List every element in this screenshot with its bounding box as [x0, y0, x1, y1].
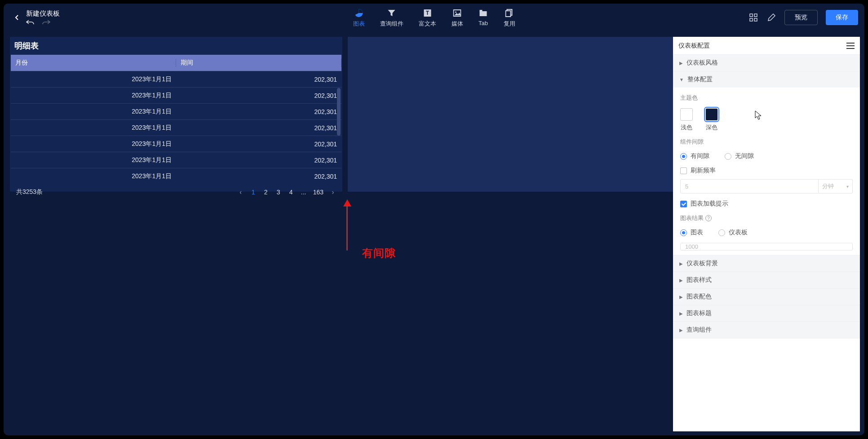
section-chart-title[interactable]: ▶图表标题: [673, 305, 860, 321]
top-bar: 新建仪表板 图表 查询组件 T 富文本 媒体: [4, 4, 864, 31]
refresh-value-input[interactable]: [680, 179, 819, 193]
section-chart-style[interactable]: ▶图表样式: [673, 272, 860, 288]
gap-label: 组件间隙: [680, 138, 853, 146]
section-overall[interactable]: ▼整体配置: [673, 71, 860, 88]
result-value-input[interactable]: [680, 243, 853, 250]
tool-media[interactable]: 媒体: [452, 8, 463, 28]
table-row: 2023年1月1日202,301: [11, 87, 341, 103]
page-3[interactable]: 3: [275, 189, 282, 196]
copy-icon: [505, 8, 514, 18]
svg-rect-11: [754, 18, 757, 21]
table-scrollbar[interactable]: [337, 88, 341, 136]
page-last[interactable]: 163: [313, 189, 323, 196]
table-row: 2023年1月1日202,301: [11, 136, 341, 152]
image-icon: [452, 8, 462, 18]
empty-widget[interactable]: [348, 37, 676, 192]
section-chart-color[interactable]: ▶图表配色: [673, 289, 860, 305]
tool-strip: 图表 查询组件 T 富文本 媒体 Tab 复用: [353, 8, 515, 28]
table-row: 2023年1月1日202,301: [11, 71, 341, 87]
tool-tab[interactable]: Tab: [478, 8, 488, 28]
refresh-label: 刷新频率: [691, 167, 716, 175]
menu-icon[interactable]: [846, 43, 855, 49]
save-button[interactable]: 保存: [826, 10, 858, 25]
radio-result-dash[interactable]: 仪表板: [718, 228, 748, 237]
canvas: 明细表 月份 期间 2023年1月1日202,301 2023年1月1日202,…: [10, 37, 676, 192]
svg-text:T: T: [425, 10, 429, 16]
loading-label: 图表加载提示: [691, 200, 728, 208]
page-next[interactable]: ›: [330, 189, 336, 196]
pie-chart-icon: [354, 8, 364, 18]
undo-button[interactable]: [26, 19, 34, 26]
table-row: 2023年1月1日202,301: [11, 119, 341, 136]
result-label: 图表结果?: [680, 214, 853, 222]
table-row: 2023年1月1日202,301: [11, 103, 341, 119]
radio-gap-on[interactable]: 有间隙: [680, 152, 709, 160]
redo-button[interactable]: [42, 19, 50, 26]
radio-gap-off[interactable]: 无间隙: [725, 152, 754, 160]
page-prev[interactable]: ‹: [238, 189, 244, 196]
text-icon: T: [422, 8, 432, 18]
svg-point-3: [455, 12, 456, 13]
widget-title: 明细表: [10, 37, 342, 55]
page-1[interactable]: 1: [250, 189, 257, 196]
svg-rect-7: [506, 11, 511, 17]
preview-button[interactable]: 预览: [784, 10, 818, 25]
annotation-arrow: [341, 198, 354, 251]
checkbox-refresh[interactable]: [680, 167, 687, 174]
svg-rect-10: [750, 18, 753, 21]
table-widget[interactable]: 明细表 月份 期间 2023年1月1日202,301 2023年1月1日202,…: [10, 37, 342, 192]
checkbox-loading[interactable]: [680, 201, 687, 207]
table-total: 共3253条: [16, 188, 43, 196]
tool-filter[interactable]: 查询组件: [380, 8, 403, 28]
tab-icon: [478, 8, 488, 18]
col-month[interactable]: 月份: [11, 59, 176, 67]
back-button[interactable]: [10, 10, 24, 25]
table-row: 2023年1月1日202,301: [11, 168, 341, 184]
svg-rect-5: [480, 10, 483, 12]
components-icon[interactable]: [748, 13, 758, 22]
table-row: 2023年1月1日202,301: [11, 152, 341, 168]
section-style[interactable]: ▶仪表板风格: [673, 55, 860, 71]
svg-rect-8: [750, 14, 753, 17]
table-header: 月份 期间: [11, 55, 341, 71]
col-period[interactable]: 期间: [176, 59, 341, 67]
filter-icon: [387, 8, 397, 18]
info-icon[interactable]: ?: [705, 215, 712, 221]
theme-dark[interactable]: 深色: [705, 108, 718, 132]
annotation-text: 有间隙: [362, 246, 396, 260]
section-background[interactable]: ▶仪表板背景: [673, 255, 860, 272]
page-title: 新建仪表板: [26, 9, 60, 18]
svg-rect-4: [480, 11, 487, 16]
page-more[interactable]: ...: [301, 189, 307, 196]
tool-chart[interactable]: 图表: [353, 8, 365, 28]
config-panel: 仪表板配置 ▶仪表板风格 ▼整体配置 主题色 浅色 深色 组件间隙 有间隙 无间…: [673, 37, 860, 431]
page-4[interactable]: 4: [288, 189, 294, 196]
section-query-comp[interactable]: ▶查询组件: [673, 322, 860, 338]
dark-swatch-icon: [705, 108, 718, 121]
page-2[interactable]: 2: [263, 189, 269, 196]
tool-reuse[interactable]: 复用: [504, 8, 515, 28]
config-title: 仪表板配置: [678, 42, 846, 50]
tool-text[interactable]: T 富文本: [419, 8, 436, 28]
radio-result-chart[interactable]: 图表: [680, 228, 703, 237]
svg-rect-9: [754, 14, 757, 17]
light-swatch-icon: [680, 108, 693, 121]
brush-icon[interactable]: [766, 13, 776, 22]
pagination: ‹ 1 2 3 4 ... 163 ›: [238, 189, 336, 196]
theme-label: 主题色: [680, 94, 853, 102]
refresh-unit-select[interactable]: 分钟▾: [819, 179, 853, 193]
theme-light[interactable]: 浅色: [680, 108, 693, 132]
